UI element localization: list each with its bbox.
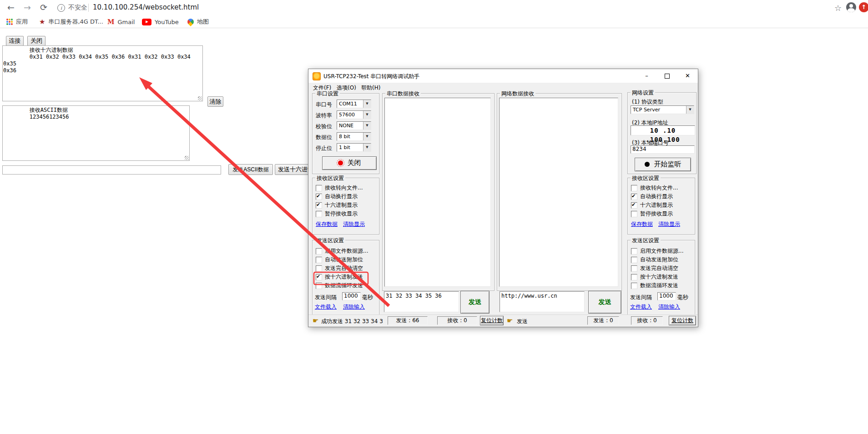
send-ascii-button[interactable]: 发送ASCII数据: [228, 164, 273, 175]
clear-button[interactable]: 清除: [207, 96, 223, 107]
chevron-down-icon[interactable]: ▼: [363, 122, 371, 130]
checkbox[interactable]: [316, 283, 322, 289]
bookmark-maps[interactable]: 地图: [187, 17, 209, 26]
serial-send-button[interactable]: 发送: [460, 291, 490, 314]
checkbox[interactable]: [316, 265, 322, 272]
maximize-icon[interactable]: [657, 69, 677, 83]
checkbox-row[interactable]: 按十六进制发送: [631, 273, 678, 281]
local-ip-input[interactable]: 10 .10 .100.100: [631, 125, 695, 135]
ms-unit-label: 毫秒: [362, 294, 373, 301]
checkbox-row[interactable]: 接收转向文件...: [631, 184, 678, 192]
load-file-link[interactable]: 文件载入: [315, 303, 337, 311]
load-file-link[interactable]: 文件载入: [630, 303, 652, 311]
checkbox-row[interactable]: 自动发送附加位: [316, 256, 363, 264]
network-reset-count-button[interactable]: 复位计数: [669, 316, 696, 325]
checkbox-row[interactable]: 自动发送附加位: [631, 256, 678, 264]
chevron-down-icon[interactable]: ▼: [363, 100, 371, 108]
com-port-select[interactable]: COM11▼: [337, 100, 371, 108]
stop-bits-select[interactable]: 1 bit▼: [337, 143, 371, 152]
save-data-link[interactable]: 保存数据: [631, 220, 653, 228]
parity-select[interactable]: NONE▼: [337, 121, 371, 130]
checkbox[interactable]: [316, 248, 322, 254]
data-bits-select[interactable]: 8 bit▼: [337, 132, 371, 141]
chevron-down-icon[interactable]: ▼: [363, 144, 371, 151]
network-receive-display[interactable]: [499, 98, 618, 287]
serial-close-button[interactable]: 关闭: [322, 156, 377, 170]
clear-display-link[interactable]: 清除显示: [343, 220, 365, 228]
group-title: 串口数据接收: [385, 90, 421, 98]
clear-input-link[interactable]: 清除输入: [343, 303, 365, 311]
checkbox-row[interactable]: 启用文件数据源...: [631, 247, 683, 255]
checkbox-row[interactable]: 十六进制显示: [631, 201, 673, 209]
reload-icon[interactable]: ⟳: [40, 3, 47, 12]
network-send-button[interactable]: 发送: [588, 291, 621, 314]
checkbox[interactable]: [631, 274, 637, 280]
protocol-type-select[interactable]: TCP Server▼: [631, 105, 694, 114]
baud-rate-select[interactable]: 57600▼: [337, 110, 371, 119]
checkbox-row[interactable]: 暂停接收显示: [316, 210, 358, 218]
serial-receive-display[interactable]: [384, 98, 491, 287]
connect-button[interactable]: 连接: [6, 36, 24, 46]
start-listen-button[interactable]: 开始监听: [635, 158, 691, 171]
checkbox[interactable]: [316, 194, 322, 200]
checkbox[interactable]: [316, 257, 322, 263]
serial-reset-count-button[interactable]: 复位计数: [480, 316, 504, 325]
checkbox-row[interactable]: 自动换行显示: [316, 193, 358, 200]
checkbox-row[interactable]: 接收转向文件...: [316, 184, 363, 192]
checkbox-row[interactable]: 暂停接收显示: [631, 210, 673, 218]
checkbox[interactable]: [631, 265, 637, 272]
checkbox[interactable]: [631, 194, 637, 200]
minimize-icon[interactable]: –: [636, 69, 657, 83]
black-led-icon: [645, 162, 650, 167]
back-icon[interactable]: ←: [7, 3, 15, 12]
bookmark-apps[interactable]: 应用: [6, 17, 28, 26]
chevron-down-icon[interactable]: ▼: [686, 106, 694, 114]
checkbox[interactable]: [631, 248, 637, 254]
local-port-input[interactable]: 8234: [631, 145, 695, 154]
bookmark-star-icon[interactable]: ☆: [834, 3, 842, 13]
checkbox[interactable]: [631, 211, 637, 217]
network-send-input[interactable]: http://www.usr.cn: [500, 291, 585, 312]
checkbox-row[interactable]: 数据流循环发送: [316, 282, 363, 289]
clear-display-link[interactable]: 清除显示: [658, 220, 680, 228]
window-titlebar[interactable]: USR-TCP232-Test 串口转网络调试助手 – ✕: [308, 69, 698, 83]
update-badge-icon[interactable]: ↑: [859, 2, 868, 12]
forward-icon[interactable]: →: [24, 3, 31, 12]
chevron-down-icon[interactable]: ▼: [363, 133, 371, 140]
checkbox-row[interactable]: 发送完自动清空: [316, 264, 363, 272]
send-interval-input[interactable]: 1000: [657, 292, 676, 300]
bookmark-gmail[interactable]: M Gmail: [107, 17, 135, 26]
checkbox[interactable]: [316, 185, 322, 191]
close-window-icon[interactable]: ✕: [677, 69, 698, 83]
checkbox-row[interactable]: 十六进制显示: [316, 201, 358, 209]
profile-avatar-icon[interactable]: [846, 2, 856, 12]
checkbox[interactable]: [316, 274, 322, 280]
checkbox[interactable]: [631, 185, 637, 191]
checkbox[interactable]: [631, 202, 637, 209]
save-data-link[interactable]: 保存数据: [316, 220, 338, 228]
checkbox[interactable]: [316, 202, 322, 209]
com-port-label: 串口号: [316, 101, 332, 109]
bookmark-serial-server[interactable]: ★ 串口服务器,4G DT...: [39, 17, 103, 26]
network-received-counter: 接收 : 0: [631, 316, 663, 325]
chevron-down-icon[interactable]: ▼: [363, 111, 371, 119]
checkbox[interactable]: [316, 211, 322, 217]
ascii-receive-textarea[interactable]: 接收ASCII数据 123456123456: [2, 105, 190, 161]
checkbox-row-hex-send[interactable]: 按十六进制发送: [316, 273, 363, 281]
clear-input-link[interactable]: 清除输入: [658, 303, 680, 311]
send-data-input[interactable]: [2, 165, 221, 175]
close-button[interactable]: 关闭: [27, 36, 45, 46]
checkbox-row[interactable]: 数据流循环发送: [631, 282, 678, 289]
checkbox[interactable]: [631, 283, 637, 289]
checkbox-row[interactable]: 启用文件数据源...: [316, 247, 368, 255]
checkbox-row[interactable]: 发送完自动清空: [631, 264, 678, 272]
hex-receive-textarea[interactable]: 接收十六进制数据 0x31 0x32 0x33 0x34 0x35 0x36 0…: [2, 45, 203, 101]
menu-help[interactable]: 帮助(H): [361, 84, 380, 92]
checkbox-row[interactable]: 自动换行显示: [631, 193, 673, 200]
bookmark-youtube[interactable]: YouTube: [142, 17, 179, 26]
send-interval-input[interactable]: 1000: [342, 292, 361, 300]
checkbox[interactable]: [631, 257, 637, 263]
serial-send-input[interactable]: 31 32 33 34 35 36: [384, 291, 459, 312]
url-text[interactable]: 10.10.100.254/websocket.html: [93, 3, 199, 11]
page-info-icon[interactable]: i: [57, 4, 65, 12]
